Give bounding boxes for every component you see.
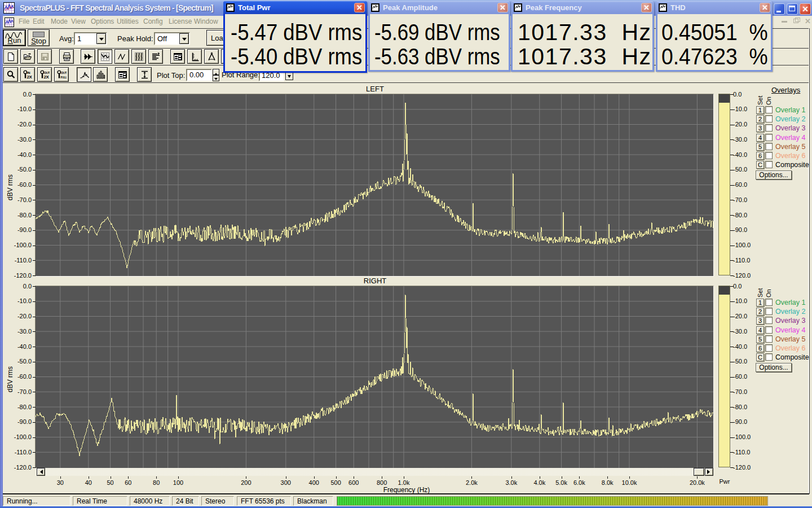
svg-text:OUT: OUT [61,71,67,74]
svg-text:2X: 2X [27,74,32,79]
svg-text:2X: 2X [43,74,49,79]
svg-text:FULL: FULL [60,75,67,78]
